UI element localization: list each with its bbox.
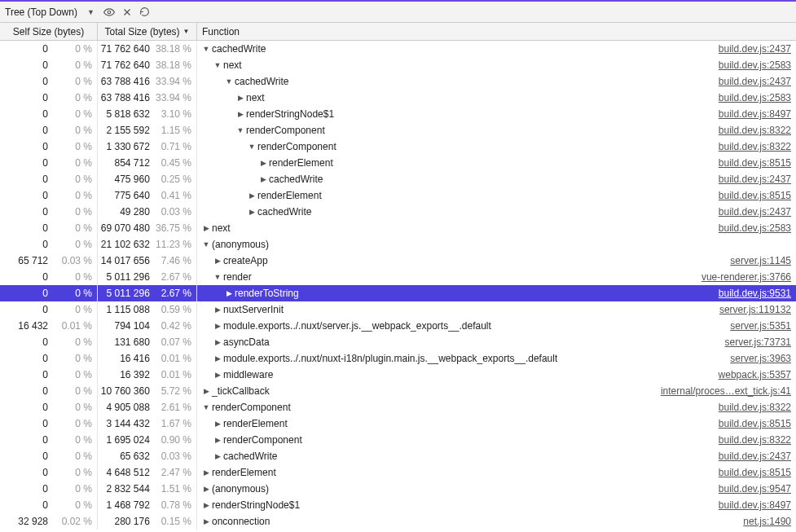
source-link[interactable]: build.dev.js:2437 bbox=[714, 451, 796, 462]
tree-expand-open-icon[interactable]: ▼ bbox=[236, 126, 244, 134]
tree-expand-closed-icon[interactable]: ▶ bbox=[213, 338, 222, 346]
table-row[interactable]: 00 %854 7120.45 %▶renderElementbuild.dev… bbox=[0, 155, 796, 171]
tree-expand-closed-icon[interactable]: ▶ bbox=[202, 387, 210, 395]
tree-expand-open-icon[interactable]: ▼ bbox=[202, 403, 210, 411]
table-row[interactable]: 00 %63 788 41633.94 %▶nextbuild.dev.js:2… bbox=[0, 90, 796, 106]
header-function[interactable]: Function bbox=[197, 23, 796, 40]
close-icon[interactable] bbox=[121, 7, 134, 17]
tree-expand-closed-icon[interactable]: ▶ bbox=[213, 306, 222, 314]
table-row[interactable]: 00 %63 788 41633.94 %▼cachedWritebuild.d… bbox=[0, 73, 796, 90]
tree-expand-open-icon[interactable]: ▼ bbox=[248, 143, 256, 151]
total-size-value: 2 832 544 bbox=[98, 483, 150, 495]
header-self-size[interactable]: Self Size (bytes) bbox=[0, 23, 98, 40]
table-row[interactable]: 00 %475 9600.25 %▶cachedWritebuild.dev.j… bbox=[0, 171, 796, 187]
tree-expand-closed-icon[interactable]: ▶ bbox=[236, 110, 244, 118]
source-link[interactable]: server.js:1145 bbox=[725, 255, 796, 266]
table-row[interactable]: 00 %1 695 0240.90 %▶renderComponentbuild… bbox=[0, 432, 796, 448]
table-row[interactable]: 00 %1 115 0880.59 %▶nuxtServerInitserver… bbox=[0, 301, 796, 318]
tree-expand-closed-icon[interactable]: ▶ bbox=[236, 94, 244, 102]
tree-expand-closed-icon[interactable]: ▶ bbox=[202, 485, 210, 493]
source-link[interactable]: server.js:119132 bbox=[715, 304, 796, 315]
source-link[interactable]: build.dev.js:8497 bbox=[714, 499, 796, 511]
source-link[interactable]: build.dev.js:8515 bbox=[714, 157, 796, 169]
table-row[interactable]: 00 %5 011 2962.67 %▶renderToStringbuild.… bbox=[0, 285, 796, 301]
cell-self-size: 00 % bbox=[0, 73, 98, 90]
tree-expand-closed-icon[interactable]: ▶ bbox=[202, 468, 210, 477]
table-row[interactable]: 00 %10 760 3605.72 %▶_tickCallbackintern… bbox=[0, 383, 796, 399]
tree-expand-closed-icon[interactable]: ▶ bbox=[213, 420, 222, 428]
tree-expand-open-icon[interactable]: ▼ bbox=[202, 240, 210, 248]
table-row[interactable]: 00 %71 762 64038.18 %▼cachedWritebuild.d… bbox=[0, 41, 796, 57]
header-total-size[interactable]: Total Size (bytes) ▼ bbox=[98, 23, 197, 40]
cell-self-size: 00 % bbox=[0, 187, 98, 204]
table-row[interactable]: 00 %5 011 2962.67 %▼rendervue-renderer.j… bbox=[0, 269, 796, 285]
table-row[interactable]: 00 %21 102 63211.23 %▼(anonymous) bbox=[0, 236, 796, 253]
tree-expand-open-icon[interactable]: ▼ bbox=[202, 45, 210, 53]
tree-expand-closed-icon[interactable]: ▶ bbox=[259, 175, 267, 183]
view-mode-label[interactable]: Tree (Top Down) bbox=[5, 7, 79, 18]
source-link[interactable]: vue-renderer.js:3766 bbox=[697, 271, 796, 283]
table-row[interactable]: 32 9280.02 %280 1760.15 %▶onconnectionne… bbox=[0, 513, 796, 530]
tree-expand-closed-icon[interactable]: ▶ bbox=[213, 322, 222, 330]
tree-expand-closed-icon[interactable]: ▶ bbox=[202, 224, 210, 232]
source-link[interactable]: internal/proces…ext_tick.js:41 bbox=[656, 385, 796, 397]
source-link[interactable]: build.dev.js:8515 bbox=[714, 418, 796, 429]
tree-expand-closed-icon[interactable]: ▶ bbox=[202, 501, 210, 509]
table-row[interactable]: 00 %4 648 5122.47 %▶renderElementbuild.d… bbox=[0, 464, 796, 481]
source-link[interactable]: build.dev.js:2437 bbox=[714, 174, 796, 185]
source-link[interactable]: server.js:3963 bbox=[725, 353, 796, 364]
tree-expand-closed-icon[interactable]: ▶ bbox=[213, 452, 222, 460]
source-link[interactable]: build.dev.js:2583 bbox=[714, 92, 796, 103]
table-row[interactable]: 00 %5 818 6323.10 %▶renderStringNode$1bu… bbox=[0, 106, 796, 122]
source-link[interactable]: build.dev.js:9531 bbox=[714, 288, 796, 299]
tree-expand-closed-icon[interactable]: ▶ bbox=[248, 191, 256, 200]
source-link[interactable]: build.dev.js:2437 bbox=[714, 43, 796, 55]
tree-expand-closed-icon[interactable]: ▶ bbox=[213, 354, 222, 363]
table-row[interactable]: 16 4320.01 %794 1040.42 %▶module.exports… bbox=[0, 318, 796, 334]
tree-expand-closed-icon[interactable]: ▶ bbox=[259, 159, 267, 167]
table-row[interactable]: 65 7120.03 %14 017 6567.46 %▶createAppse… bbox=[0, 253, 796, 269]
table-row[interactable]: 00 %2 155 5921.15 %▼renderComponentbuild… bbox=[0, 122, 796, 138]
tree-expand-closed-icon[interactable]: ▶ bbox=[248, 208, 256, 216]
source-link[interactable]: build.dev.js:8515 bbox=[714, 467, 796, 478]
source-link[interactable]: build.dev.js:2437 bbox=[714, 76, 796, 87]
table-row[interactable]: 00 %1 468 7920.78 %▶renderStringNode$1bu… bbox=[0, 497, 796, 513]
tree-expand-closed-icon[interactable]: ▶ bbox=[213, 436, 222, 444]
tree-expand-closed-icon[interactable]: ▶ bbox=[225, 289, 233, 297]
source-link[interactable]: build.dev.js:8322 bbox=[714, 434, 796, 446]
source-link[interactable]: build.dev.js:8322 bbox=[714, 125, 796, 136]
source-link[interactable]: build.dev.js:2583 bbox=[714, 59, 796, 71]
source-link[interactable]: build.dev.js:8322 bbox=[714, 141, 796, 152]
tree-expand-closed-icon[interactable]: ▶ bbox=[202, 517, 210, 525]
source-link[interactable]: server.js:73731 bbox=[720, 336, 796, 348]
tree-expand-closed-icon[interactable]: ▶ bbox=[213, 371, 222, 379]
tree-expand-open-icon[interactable]: ▼ bbox=[225, 77, 233, 86]
refresh-icon[interactable] bbox=[139, 7, 152, 17]
table-row[interactable]: 00 %16 4160.01 %▶module.exports../.nuxt/… bbox=[0, 350, 796, 367]
table-row[interactable]: 00 %131 6800.07 %▶asyncDataserver.js:737… bbox=[0, 334, 796, 350]
tree-expand-open-icon[interactable]: ▼ bbox=[213, 273, 222, 281]
table-row[interactable]: 00 %65 6320.03 %▶cachedWritebuild.dev.js… bbox=[0, 448, 796, 464]
source-link[interactable]: server.js:5351 bbox=[725, 320, 796, 332]
view-mode-dropdown-icon[interactable]: ▼ bbox=[84, 8, 98, 16]
table-row[interactable]: 00 %4 905 0882.61 %▼renderComponentbuild… bbox=[0, 399, 796, 415]
source-link[interactable]: build.dev.js:2583 bbox=[714, 222, 796, 234]
table-row[interactable]: 00 %1 330 6720.71 %▼renderComponentbuild… bbox=[0, 138, 796, 155]
source-link[interactable]: build.dev.js:2437 bbox=[714, 206, 796, 218]
source-link[interactable]: net.js:1490 bbox=[738, 516, 796, 527]
tree-expand-closed-icon[interactable]: ▶ bbox=[213, 257, 222, 265]
table-row[interactable]: 00 %71 762 64038.18 %▼nextbuild.dev.js:2… bbox=[0, 57, 796, 73]
table-row[interactable]: 00 %775 6400.41 %▶renderElementbuild.dev… bbox=[0, 187, 796, 204]
table-row[interactable]: 00 %16 3920.01 %▶middlewarewebpack.js:53… bbox=[0, 367, 796, 383]
source-link[interactable]: build.dev.js:8515 bbox=[714, 190, 796, 201]
table-row[interactable]: 00 %69 070 48036.75 %▶nextbuild.dev.js:2… bbox=[0, 220, 796, 236]
source-link[interactable]: build.dev.js:8497 bbox=[714, 108, 796, 120]
eye-icon[interactable] bbox=[103, 7, 116, 18]
source-link[interactable]: webpack.js:5357 bbox=[714, 369, 796, 380]
source-link[interactable]: build.dev.js:9547 bbox=[714, 483, 796, 495]
table-row[interactable]: 00 %49 2800.03 %▶cachedWritebuild.dev.js… bbox=[0, 204, 796, 220]
tree-expand-open-icon[interactable]: ▼ bbox=[213, 61, 222, 69]
table-row[interactable]: 00 %2 832 5441.51 %▶(anonymous)build.dev… bbox=[0, 481, 796, 497]
source-link[interactable]: build.dev.js:8322 bbox=[714, 402, 796, 413]
table-row[interactable]: 00 %3 144 4321.67 %▶renderElementbuild.d… bbox=[0, 415, 796, 432]
